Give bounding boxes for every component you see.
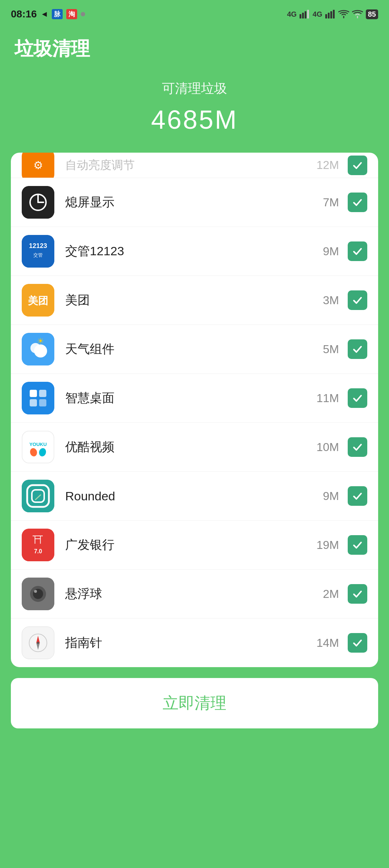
app-name-youku: 优酷视频 (65, 439, 310, 455)
list-item: 美团 美团 3M (11, 276, 378, 325)
app-icon-youku: YOUKU (22, 431, 54, 463)
dot-icon (81, 12, 85, 16)
checkbox-rounded[interactable] (348, 486, 367, 506)
svg-rect-5 (328, 13, 330, 18)
app-name-jiaoguan: 交管12123 (65, 243, 310, 260)
app-icon-meituan: 美团 (22, 284, 54, 317)
list-item: 熄屏显示 7M (11, 178, 378, 227)
app-icon-float (22, 578, 54, 610)
app-name-desktop: 智慧桌面 (65, 390, 310, 406)
partial-app-name: 自动亮度调节 (65, 157, 310, 173)
signal-4g-icon: 4G (287, 10, 297, 18)
partial-checkbox[interactable] (348, 156, 367, 175)
list-item: 12123交管 交管12123 9M (11, 227, 378, 276)
app-size-weather: 5M (310, 343, 339, 356)
app-name-compass: 指南针 (65, 635, 310, 651)
checkbox-weather[interactable] (348, 339, 367, 359)
app-name-guangfa: 广发银行 (65, 537, 310, 553)
app-size-float: 2M (310, 587, 339, 601)
app-icon-1: 脉 (52, 9, 63, 19)
partial-app-icon: ⚙ (22, 153, 54, 178)
checkbox-guangfa[interactable] (348, 535, 367, 555)
svg-rect-4 (325, 14, 327, 18)
checkbox-desktop[interactable] (348, 388, 367, 408)
svg-point-41 (34, 590, 37, 593)
svg-rect-3 (307, 10, 309, 18)
app-row-partial: ⚙ 自动亮度调节 12M (11, 153, 378, 178)
battery-indicator: 85 (366, 9, 378, 19)
app-size-desktop: 11M (310, 392, 339, 405)
list-item: 指南针 14M (11, 619, 378, 667)
checkbox-jiaoguan[interactable] (348, 241, 367, 261)
time-display: 08:16 (11, 8, 37, 20)
list-item: Rounded 9M (11, 472, 378, 521)
app-name-weather: 天气组件 (65, 341, 310, 357)
list-item: ⛩7.0 广发银行 19M (11, 521, 378, 570)
wifi-icon (338, 10, 349, 18)
checkbox-youku[interactable] (348, 437, 367, 457)
list-item: YOUKU 优酷视频 10M (11, 423, 378, 472)
app-size-meituan: 3M (310, 294, 339, 307)
partial-app-size: 12M (310, 158, 339, 172)
app-size-rounded: 9M (310, 489, 339, 503)
hero-label: 可清理垃圾 (7, 80, 382, 98)
clean-button[interactable]: 立即清理 (11, 678, 378, 728)
app-icon-rounded (22, 480, 54, 512)
list-item: 悬浮球 2M (11, 570, 378, 619)
hero-section: 可清理垃圾 4685M (0, 65, 389, 153)
svg-text:7.0: 7.0 (34, 548, 42, 554)
svg-text:交管: 交管 (33, 252, 43, 258)
app-icon-jiaoguan: 12123交管 (22, 235, 54, 268)
signal-bars-icon (300, 10, 310, 18)
svg-text:12123: 12123 (29, 242, 47, 249)
svg-rect-2 (305, 11, 306, 18)
app-size-jiaoguan: 9M (310, 245, 339, 258)
signal-4g-2-icon: 4G (313, 10, 322, 18)
list-item: 智慧桌面 11M (11, 374, 378, 423)
page-title: 垃圾清理 (14, 36, 375, 62)
status-right: 4G 4G 85 (287, 9, 378, 19)
status-left: 08:16 ◄ 脉 淘 (11, 8, 85, 20)
app-name-aodisplay: 熄屏显示 (65, 194, 310, 211)
app-icon-weather: ☀ (22, 333, 54, 365)
svg-rect-27 (39, 399, 46, 406)
svg-rect-23 (22, 382, 54, 414)
battery-level: 85 (368, 10, 376, 18)
svg-point-21 (34, 344, 47, 357)
app-name-meituan: 美团 (65, 292, 310, 309)
svg-text:☀: ☀ (37, 336, 44, 346)
svg-rect-25 (39, 390, 46, 397)
app-size-aodisplay: 7M (310, 196, 339, 209)
app-icon-2: 淘 (66, 9, 77, 19)
svg-text:⚙: ⚙ (33, 159, 43, 171)
header: 垃圾清理 (0, 25, 389, 65)
list-item: ☀ 天气组件 5M (11, 325, 378, 374)
app-icon-guangfa: ⛩7.0 (22, 529, 54, 561)
svg-rect-1 (302, 13, 304, 18)
nav-icon: ◄ (41, 9, 49, 19)
app-name-rounded: Rounded (65, 489, 310, 503)
svg-rect-6 (330, 11, 332, 18)
app-icon-desktop (22, 382, 54, 414)
svg-rect-24 (30, 390, 37, 397)
svg-text:美团: 美团 (28, 295, 48, 306)
signal-bars-2-icon (325, 10, 335, 18)
svg-rect-26 (30, 399, 37, 406)
checkbox-compass[interactable] (348, 633, 367, 653)
svg-text:YOUKU: YOUKU (29, 442, 47, 447)
app-size-guangfa: 19M (310, 538, 339, 552)
wifi-2-icon (352, 10, 363, 18)
hero-size: 4685M (7, 105, 382, 135)
svg-text:⛩: ⛩ (33, 534, 43, 546)
checkbox-meituan[interactable] (348, 290, 367, 310)
status-bar: 08:16 ◄ 脉 淘 4G 4G 85 (0, 0, 389, 25)
app-size-youku: 10M (310, 441, 339, 454)
checkbox-float[interactable] (348, 584, 367, 604)
svg-rect-14 (22, 235, 54, 268)
svg-rect-7 (333, 10, 335, 18)
checkbox-aodisplay[interactable] (348, 193, 367, 212)
app-icon-compass (22, 627, 54, 659)
app-name-float: 悬浮球 (65, 586, 310, 602)
app-icon-aodisplay (22, 186, 54, 219)
bottom-button-wrapper: 立即清理 (11, 678, 378, 728)
